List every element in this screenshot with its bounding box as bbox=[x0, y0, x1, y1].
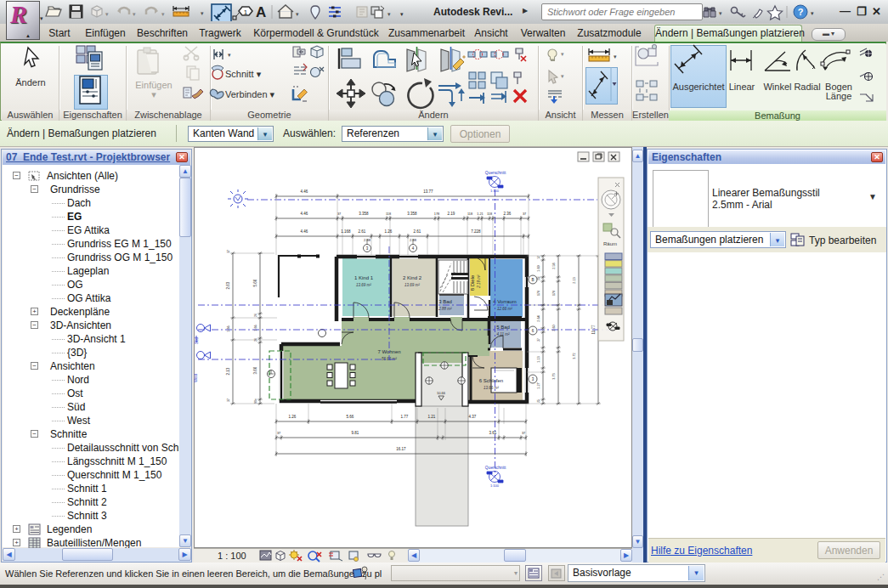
svg-text:Querschnitt: Querschnitt bbox=[485, 466, 506, 470]
svg-text:?: ? bbox=[798, 7, 804, 17]
svg-text:▾: ▾ bbox=[201, 10, 204, 16]
svg-text:25: 25 bbox=[537, 399, 540, 403]
svg-text:118: 118 bbox=[467, 212, 472, 216]
svg-text:13.77: 13.77 bbox=[423, 189, 433, 194]
svg-text:12.66 m²: 12.66 m² bbox=[497, 307, 512, 311]
svg-text:2.61: 2.61 bbox=[414, 229, 421, 234]
svg-text:1:100: 1:100 bbox=[490, 483, 500, 488]
svg-text:2.88: 2.88 bbox=[410, 238, 417, 242]
svg-text:178: 178 bbox=[552, 291, 556, 296]
svg-text:37: 37 bbox=[522, 432, 525, 435]
svg-text:2.61: 2.61 bbox=[359, 229, 366, 234]
svg-text:▾: ▾ bbox=[614, 54, 617, 59]
svg-text:2.64: 2.64 bbox=[537, 315, 540, 321]
svg-text:▾: ▾ bbox=[811, 10, 814, 16]
svg-text:4 Vorraum: 4 Vorraum bbox=[493, 299, 517, 304]
svg-text:2.88: 2.88 bbox=[364, 238, 371, 242]
svg-text:37: 37 bbox=[227, 399, 230, 402]
svg-text:▾: ▾ bbox=[161, 11, 165, 17]
svg-text:4.46: 4.46 bbox=[301, 189, 308, 194]
svg-text:1.69: 1.69 bbox=[537, 265, 540, 271]
svg-text:▾: ▾ bbox=[561, 73, 564, 79]
svg-text:37: 37 bbox=[337, 212, 341, 216]
svg-text:▾: ▾ bbox=[561, 51, 564, 57]
svg-text:A: A bbox=[256, 4, 266, 20]
svg-text:2.19: 2.19 bbox=[448, 212, 455, 216]
svg-text:1.26: 1.26 bbox=[289, 415, 297, 419]
svg-text:9.81: 9.81 bbox=[352, 431, 359, 435]
svg-text:3.72: 3.72 bbox=[573, 353, 576, 359]
svg-text:2.13: 2.13 bbox=[226, 367, 230, 375]
svg-text:16.17: 16.17 bbox=[396, 447, 406, 451]
svg-text:4.46: 4.46 bbox=[301, 212, 308, 216]
svg-text:West: West bbox=[194, 373, 198, 382]
svg-text:12: 12 bbox=[537, 256, 540, 259]
svg-text:2.63: 2.63 bbox=[226, 281, 230, 289]
svg-text:1.168: 1.168 bbox=[341, 229, 351, 234]
svg-text:Süd: Süd bbox=[195, 337, 199, 345]
svg-text:1 Kind 1: 1 Kind 1 bbox=[354, 275, 374, 280]
svg-text:1.27: 1.27 bbox=[537, 382, 540, 388]
svg-text:37: 37 bbox=[227, 250, 230, 253]
svg-text:37: 37 bbox=[277, 432, 280, 435]
svg-text:▾: ▾ bbox=[105, 11, 109, 17]
svg-text:13.69 m²: 13.69 m² bbox=[404, 283, 420, 287]
svg-text:2.13: 2.13 bbox=[573, 277, 576, 283]
svg-text:1.21: 1.21 bbox=[477, 212, 483, 216]
svg-text:3.73: 3.73 bbox=[552, 373, 556, 379]
svg-text:8 Diele: 8 Diele bbox=[470, 274, 475, 291]
svg-text:6 Schlafen: 6 Schlafen bbox=[479, 378, 503, 383]
svg-text:▾: ▾ bbox=[387, 11, 391, 17]
svg-text:37: 37 bbox=[537, 338, 540, 342]
svg-text:2 Kind 2: 2 Kind 2 bbox=[403, 275, 422, 280]
svg-text:1.77: 1.77 bbox=[401, 415, 409, 419]
svg-text:3 Bad: 3 Bad bbox=[438, 299, 452, 304]
svg-text:1.26: 1.26 bbox=[385, 229, 393, 234]
svg-text:118: 118 bbox=[386, 212, 391, 216]
svg-text:▾: ▾ bbox=[133, 11, 136, 17]
svg-text:1:100: 1:100 bbox=[490, 189, 500, 193]
svg-text:7.228: 7.228 bbox=[471, 229, 481, 234]
svg-text:4.11 m²: 4.11 m² bbox=[497, 332, 510, 336]
svg-text:▾: ▾ bbox=[400, 11, 404, 17]
svg-text:13.66 m²: 13.66 m² bbox=[484, 386, 499, 390]
svg-text:11.77: 11.77 bbox=[591, 325, 596, 334]
svg-text:1: 1 bbox=[244, 8, 248, 16]
svg-text:3.66: 3.66 bbox=[253, 366, 257, 374]
svg-text:3.358: 3.358 bbox=[359, 212, 369, 216]
svg-text:26: 26 bbox=[254, 338, 257, 342]
svg-text:1.66: 1.66 bbox=[227, 325, 230, 331]
svg-text:90e: 90e bbox=[254, 399, 257, 404]
svg-text:2.36: 2.36 bbox=[504, 212, 512, 216]
svg-text:▾: ▾ bbox=[228, 52, 231, 58]
svg-text:5.66: 5.66 bbox=[253, 279, 257, 286]
svg-text:4.37: 4.37 bbox=[469, 415, 477, 419]
svg-text:▾: ▾ bbox=[296, 11, 299, 17]
svg-text:1.21: 1.21 bbox=[428, 415, 436, 419]
svg-text:26: 26 bbox=[254, 314, 257, 317]
svg-text:1.13: 1.13 bbox=[537, 356, 540, 362]
svg-text:2.19 m²: 2.19 m² bbox=[477, 274, 481, 289]
svg-text:1.66: 1.66 bbox=[254, 325, 257, 331]
svg-text:▾: ▾ bbox=[719, 10, 722, 16]
svg-text:4.46: 4.46 bbox=[301, 229, 308, 234]
svg-text:2.88 m²: 2.88 m² bbox=[438, 307, 452, 311]
svg-text:3.61: 3.61 bbox=[489, 431, 497, 435]
svg-text:5 Bad: 5 Bad bbox=[496, 325, 510, 330]
svg-text:Räum: Räum bbox=[603, 241, 617, 246]
svg-text:2.60: 2.60 bbox=[552, 325, 556, 331]
svg-text:118: 118 bbox=[487, 212, 492, 216]
svg-text:2.58: 2.58 bbox=[552, 263, 556, 269]
svg-text:178: 178 bbox=[434, 212, 439, 216]
svg-text:25: 25 bbox=[537, 277, 540, 280]
svg-text:Querschnitt: Querschnitt bbox=[485, 171, 506, 175]
svg-text:10.66: 10.66 bbox=[437, 391, 446, 395]
svg-text:3.358: 3.358 bbox=[407, 212, 417, 216]
svg-text:178: 178 bbox=[537, 291, 540, 296]
svg-text:13.69 m²: 13.69 m² bbox=[356, 283, 371, 287]
svg-text:B: B bbox=[531, 278, 534, 282]
svg-text:37: 37 bbox=[523, 212, 526, 216]
svg-text:5.66: 5.66 bbox=[347, 415, 354, 419]
